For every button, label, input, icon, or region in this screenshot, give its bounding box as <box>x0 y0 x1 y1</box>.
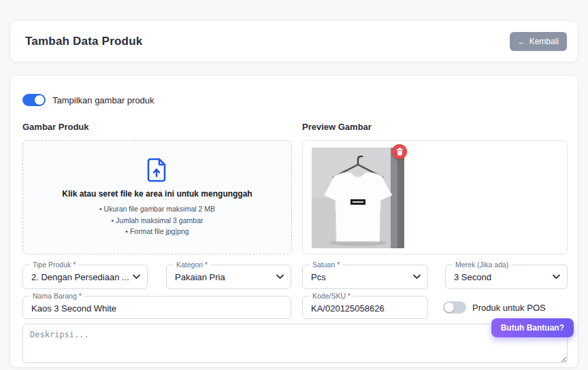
chevron-down-icon <box>553 275 560 280</box>
header-card: Tambah Data Produk ← Kembali <box>10 20 578 63</box>
upload-rule-count: • Jumlah maksimal 3 gambar <box>112 215 203 226</box>
deskripsi-textarea[interactable] <box>22 324 568 363</box>
kode-sku-field: Kode/SKU * <box>302 296 428 319</box>
back-button-label: Kembali <box>529 37 559 46</box>
chevron-down-icon <box>276 275 284 280</box>
kode-sku-input[interactable] <box>303 297 427 318</box>
toggle-knob <box>444 303 454 312</box>
upload-rule-format: • Format file jpg|png <box>125 226 189 237</box>
toggle-knob <box>35 95 44 105</box>
merek-label: Merek (Jika ada) <box>453 260 511 269</box>
satuan-select[interactable]: Satuan * Pcs <box>302 265 428 289</box>
show-image-toggle-row: Tampilkan gambar produk <box>22 94 154 106</box>
back-arrow-icon: ← <box>518 37 526 46</box>
page-title: Tambah Data Produk <box>25 35 142 48</box>
delete-image-button[interactable] <box>392 144 407 159</box>
tipe-produk-label: Tipe Produk * <box>30 260 78 269</box>
satuan-value: Pcs <box>311 272 326 282</box>
kategori-value: Pakaian Pria <box>175 272 225 282</box>
file-upload-icon <box>146 157 169 183</box>
back-button[interactable]: ← Kembali <box>510 32 567 51</box>
nama-barang-field: Nama Barang * <box>22 296 291 319</box>
show-image-toggle[interactable] <box>22 94 46 106</box>
show-image-toggle-label: Tampilkan gambar produk <box>52 95 154 105</box>
help-button[interactable]: Butuh Bantuan? <box>491 318 574 337</box>
nama-barang-input[interactable] <box>23 297 291 318</box>
kategori-select[interactable]: Kategori * Pakaian Pria <box>166 265 291 289</box>
upload-instruction-text: Klik atau seret file ke area ini untuk m… <box>62 189 252 199</box>
merek-select[interactable]: Merek (Jika ada) 3 Second <box>445 265 568 289</box>
upload-dropzone[interactable]: Klik atau seret file ke area ini untuk m… <box>22 140 292 254</box>
satuan-label: Satuan * <box>310 260 342 269</box>
kategori-label: Kategori * <box>174 260 210 269</box>
tipe-produk-value: 2. Dengan Persediaan ... <box>31 272 129 282</box>
trash-icon <box>396 148 404 156</box>
preview-gambar-label: Preview Gambar <box>302 122 372 132</box>
chevron-down-icon <box>133 275 140 280</box>
tipe-produk-select[interactable]: Tipe Produk * 2. Dengan Persediaan ... <box>22 265 148 289</box>
gambar-produk-label: Gambar Produk <box>22 122 89 132</box>
merek-value: 3 Second <box>454 272 491 282</box>
upload-rule-size: • Ukuran file gambar maksimal 2 MB <box>99 203 215 215</box>
pos-toggle-row: Produk untuk POS <box>443 301 546 314</box>
pos-toggle-label: Produk untuk POS <box>472 303 546 313</box>
chevron-down-icon <box>413 275 421 280</box>
product-photo <box>312 148 404 248</box>
preview-gambar-box <box>302 140 568 254</box>
pos-toggle[interactable] <box>443 301 466 314</box>
page: Tambah Data Produk ← Kembali Tampilkan g… <box>0 0 588 370</box>
